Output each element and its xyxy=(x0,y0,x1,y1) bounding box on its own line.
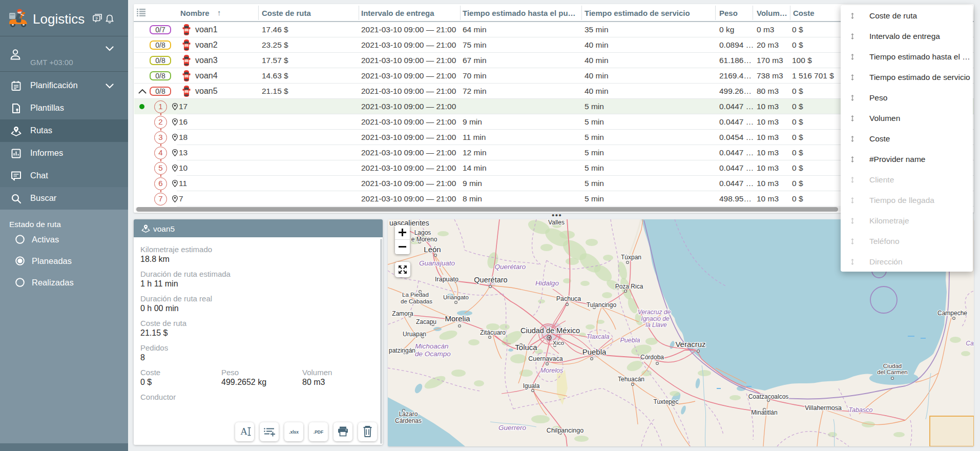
svg-text:Cárdenas: Cárdenas xyxy=(395,417,422,424)
svg-text:Puebla: Puebla xyxy=(620,337,640,344)
svg-text:Lagos: Lagos xyxy=(414,229,431,236)
svg-text:Villahermosa: Villahermosa xyxy=(805,404,842,412)
svg-text:Tuxtepec: Tuxtepec xyxy=(654,398,679,405)
svg-text:.xlsx: .xlsx xyxy=(289,429,299,435)
svg-text:Campeche: Campeche xyxy=(937,310,967,317)
svg-text:Tulancingo: Tulancingo xyxy=(587,301,617,309)
svg-text:Ciudad de México: Ciudad de México xyxy=(520,326,580,335)
svg-text:Poza Rica: Poza Rica xyxy=(615,283,643,290)
svg-text:Valles: Valles xyxy=(548,219,565,226)
svg-text:del Carmen: del Carmen xyxy=(877,369,907,375)
svg-text:Lázaro: Lázaro xyxy=(399,411,418,418)
svg-text:Irapuato: Irapuato xyxy=(435,276,458,283)
svg-text:Iguala: Iguala xyxy=(523,382,540,389)
svg-text:León: León xyxy=(424,245,441,254)
svg-text:Minatitlán: Minatitlán xyxy=(751,409,777,416)
svg-text:Morelos: Morelos xyxy=(540,367,563,374)
svg-text:Chilpancingo: Chilpancingo xyxy=(547,427,583,434)
svg-text:de Ocampo: de Ocampo xyxy=(415,350,451,358)
svg-text:Uruapan: Uruapan xyxy=(403,331,426,338)
svg-text:Córdoba: Córdoba xyxy=(640,354,664,361)
svg-text:Querétaro: Querétaro xyxy=(474,276,507,284)
svg-text:Car: Car xyxy=(966,340,974,347)
svg-text:de Cabadas: de Cabadas xyxy=(401,298,432,304)
svg-text:Puebla: Puebla xyxy=(582,347,607,356)
svg-text:Morelia: Morelia xyxy=(445,314,470,323)
svg-text:Tabasco: Tabasco xyxy=(849,406,873,414)
svg-text:Cuernavaca: Cuernavaca xyxy=(528,355,562,362)
svg-text:Zitácuaro: Zitácuaro xyxy=(480,329,506,336)
svg-text:Guerrero: Guerrero xyxy=(498,424,527,432)
svg-text:Coatzacoalcos: Coatzacoalcos xyxy=(748,393,789,400)
svg-text:la Llave: la Llave xyxy=(645,321,667,329)
svg-text:e Moreno: e Moreno xyxy=(411,236,437,243)
svg-text:Ciudad: Ciudad xyxy=(883,363,902,369)
svg-text:patzingán: patzingán xyxy=(389,347,415,354)
svg-text:?: ? xyxy=(95,16,98,21)
svg-text:A: A xyxy=(240,426,247,437)
svg-text:Querétaro: Querétaro xyxy=(495,263,526,271)
svg-text:Guanajuato: Guanajuato xyxy=(419,259,455,267)
svg-text:Pachuca: Pachuca xyxy=(556,295,581,302)
svg-text:La Piedad: La Piedad xyxy=(402,292,429,298)
svg-text:Veracruz de: Veracruz de xyxy=(638,309,671,316)
svg-text:Veracruz: Veracruz xyxy=(675,340,705,348)
svg-text:Zacapu: Zacapu xyxy=(416,318,436,325)
svg-text:Toluca: Toluca xyxy=(515,343,537,352)
svg-text:Hidalgo: Hidalgo xyxy=(535,279,559,287)
svg-text:Tlaxcala: Tlaxcala xyxy=(587,333,610,340)
svg-text:Uriangato: Uriangato xyxy=(443,294,469,300)
svg-text:Tehuacán: Tehuacán xyxy=(618,376,644,383)
svg-text:Zamora: Zamora xyxy=(392,310,413,317)
svg-text:.PDF: .PDF xyxy=(314,429,323,435)
svg-text:Michoacán: Michoacán xyxy=(415,342,448,350)
svg-text:Túxpan: Túxpan xyxy=(621,254,641,261)
svg-text:Xico: Xico xyxy=(553,340,564,346)
